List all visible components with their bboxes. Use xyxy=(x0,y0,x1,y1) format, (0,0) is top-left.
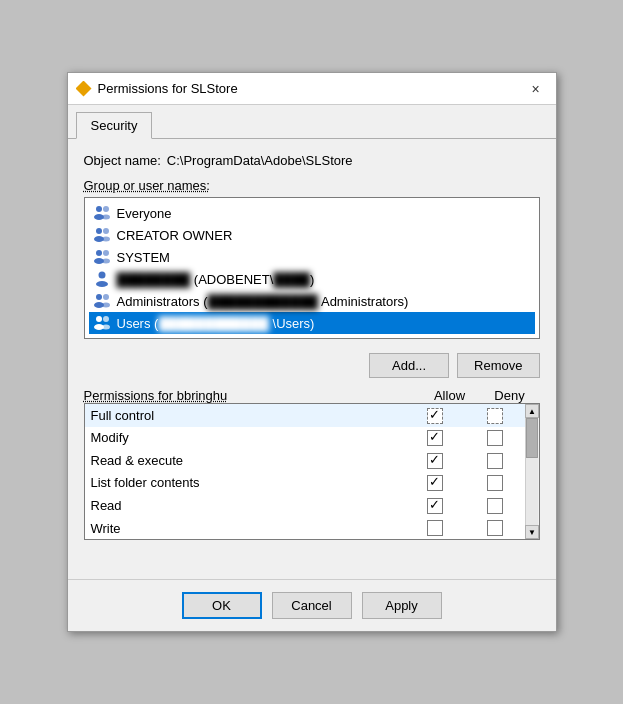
dialog-footer: OK Cancel Apply xyxy=(68,579,556,631)
close-button[interactable]: × xyxy=(524,77,548,101)
permissions-table-wrap: Full control Modify xyxy=(84,403,540,540)
svg-point-17 xyxy=(102,303,110,308)
svg-point-16 xyxy=(103,294,109,300)
checkbox-deny-read[interactable] xyxy=(487,498,503,514)
svg-point-14 xyxy=(96,294,102,300)
perm-name-read-execute: Read & execute xyxy=(85,449,405,472)
users-box: Everyone CREATOR OWNER xyxy=(84,197,540,339)
svg-point-8 xyxy=(96,250,102,256)
user-label-system: SYSTEM xyxy=(117,250,170,265)
perm-name-write: Write xyxy=(85,517,405,540)
cancel-button[interactable]: Cancel xyxy=(272,592,352,619)
perm-allow-full-control[interactable] xyxy=(405,404,465,427)
dialog-title: Permissions for SLStore xyxy=(98,81,238,96)
checkbox-deny-modify[interactable] xyxy=(487,430,503,446)
dialog-content: Object name: C:\ProgramData\Adobe\SLStor… xyxy=(68,139,556,579)
user-icon-everyone xyxy=(93,204,111,222)
object-name-row: Object name: C:\ProgramData\Adobe\SLStor… xyxy=(84,153,540,168)
perm-name-read: Read xyxy=(85,494,405,517)
user-row-administrators[interactable]: Administrators (████████████ Administrat… xyxy=(89,290,535,312)
permissions-section: Permissions for bbringhu Allow Deny Full… xyxy=(84,388,540,540)
checkbox-allow-write[interactable] xyxy=(427,520,443,536)
checkbox-allow-modify[interactable] xyxy=(427,430,443,446)
svg-point-12 xyxy=(98,272,105,279)
user-row-system[interactable]: SYSTEM xyxy=(89,246,535,268)
permissions-allow-header: Allow xyxy=(420,388,480,403)
user-icon-users xyxy=(93,314,111,332)
svg-point-0 xyxy=(96,206,102,212)
scroll-up-arrow[interactable]: ▲ xyxy=(525,404,539,418)
perm-deny-read[interactable] xyxy=(465,494,525,517)
scrollbar[interactable]: ▲ ▼ xyxy=(525,404,539,539)
user-label-everyone: Everyone xyxy=(117,206,172,221)
user-label-users: Users (████████████ \Users) xyxy=(117,316,315,331)
svg-point-11 xyxy=(102,259,110,264)
checkbox-allow-full-control[interactable] xyxy=(427,408,443,424)
object-name-value: C:\ProgramData\Adobe\SLStore xyxy=(167,153,353,168)
perm-allow-write[interactable] xyxy=(405,517,465,540)
user-row-creator-owner[interactable]: CREATOR OWNER xyxy=(89,224,535,246)
perm-name-full-control: Full control xyxy=(85,404,405,427)
add-button[interactable]: Add... xyxy=(369,353,449,378)
perm-deny-list-folder[interactable] xyxy=(465,472,525,495)
group-section: Group or user names: Everyone xyxy=(84,178,540,339)
perm-row-list-folder[interactable]: List folder contents xyxy=(85,472,525,495)
user-icon-system xyxy=(93,248,111,266)
perm-row-modify[interactable]: Modify xyxy=(85,427,525,450)
perm-deny-write[interactable] xyxy=(465,517,525,540)
perm-deny-full-control[interactable] xyxy=(465,404,525,427)
perm-allow-read-execute[interactable] xyxy=(405,449,465,472)
tabs-bar: Security xyxy=(68,105,556,139)
permissions-table: Full control Modify xyxy=(85,404,525,539)
svg-point-18 xyxy=(96,316,102,322)
permissions-header: Permissions for bbringhu Allow Deny xyxy=(84,388,540,403)
svg-point-3 xyxy=(102,215,110,220)
user-label-adobenet: ████████ (ADOBENET\████) xyxy=(117,272,315,287)
svg-point-20 xyxy=(103,316,109,322)
user-row-adobenet[interactable]: ████████ (ADOBENET\████) xyxy=(89,268,535,290)
perm-row-read-execute[interactable]: Read & execute xyxy=(85,449,525,472)
permissions-dialog: Permissions for SLStore × Security Objec… xyxy=(67,72,557,632)
user-label-administrators: Administrators (████████████ Administrat… xyxy=(117,294,409,309)
perm-name-list-folder: List folder contents xyxy=(85,472,405,495)
scroll-down-arrow[interactable]: ▼ xyxy=(525,525,539,539)
user-row-users[interactable]: Users (████████████ \Users) xyxy=(89,312,535,334)
perm-allow-modify[interactable] xyxy=(405,427,465,450)
permissions-deny-header: Deny xyxy=(480,388,540,403)
user-label-creator-owner: CREATOR OWNER xyxy=(117,228,233,243)
perm-name-modify: Modify xyxy=(85,427,405,450)
user-icon-adobenet xyxy=(93,270,111,288)
checkbox-deny-write[interactable] xyxy=(487,520,503,536)
checkbox-allow-list-folder[interactable] xyxy=(427,475,443,491)
perm-deny-read-execute[interactable] xyxy=(465,449,525,472)
perm-row-write[interactable]: Write xyxy=(85,517,525,540)
ok-button[interactable]: OK xyxy=(182,592,262,619)
checkbox-deny-full-control[interactable] xyxy=(487,408,503,424)
svg-point-4 xyxy=(96,228,102,234)
user-row-everyone[interactable]: Everyone xyxy=(89,202,535,224)
folder-icon xyxy=(76,81,92,97)
scroll-track[interactable] xyxy=(526,418,538,525)
svg-point-7 xyxy=(102,237,110,242)
svg-point-6 xyxy=(103,228,109,234)
svg-point-13 xyxy=(96,281,108,287)
svg-point-21 xyxy=(102,325,110,330)
perm-row-full-control[interactable]: Full control xyxy=(85,404,525,427)
remove-button[interactable]: Remove xyxy=(457,353,539,378)
object-name-label: Object name: xyxy=(84,153,161,168)
perm-allow-list-folder[interactable] xyxy=(405,472,465,495)
apply-button[interactable]: Apply xyxy=(362,592,442,619)
checkbox-deny-list-folder[interactable] xyxy=(487,475,503,491)
scroll-thumb[interactable] xyxy=(526,418,538,458)
perm-row-read[interactable]: Read xyxy=(85,494,525,517)
checkbox-deny-read-execute[interactable] xyxy=(487,453,503,469)
user-icon-administrators xyxy=(93,292,111,310)
svg-point-10 xyxy=(103,250,109,256)
perm-deny-modify[interactable] xyxy=(465,427,525,450)
tab-security[interactable]: Security xyxy=(76,112,153,139)
title-bar-left: Permissions for SLStore xyxy=(76,81,238,97)
checkbox-allow-read-execute[interactable] xyxy=(427,453,443,469)
svg-point-2 xyxy=(103,206,109,212)
checkbox-allow-read[interactable] xyxy=(427,498,443,514)
perm-allow-read[interactable] xyxy=(405,494,465,517)
